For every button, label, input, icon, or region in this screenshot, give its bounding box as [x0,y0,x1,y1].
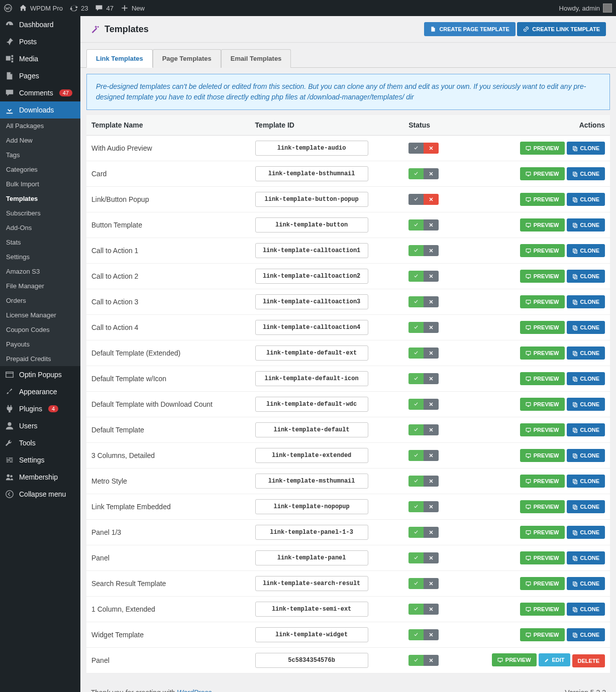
status-toggle[interactable] [408,501,439,512]
submenu-item-payouts[interactable]: Payouts [0,337,80,352]
submenu-item-file-manager[interactable]: File Manager [0,279,80,293]
template-id-input[interactable] [255,141,368,156]
preview-button[interactable]: PREVIEW [520,270,565,283]
submenu-item-templates[interactable]: Templates [0,191,80,206]
status-toggle[interactable] [408,168,439,179]
menu-item-plugins[interactable]: Plugins4 [0,400,80,417]
template-id-input[interactable] [255,371,368,386]
comments-link[interactable]: 47 [95,4,113,12]
create-page-template-button[interactable]: CREATE PAGE TEMPLATE [424,22,515,36]
status-toggle[interactable] [408,527,439,538]
template-id-input[interactable] [255,422,368,437]
status-toggle[interactable] [408,655,439,666]
submenu-item-coupon-codes[interactable]: Coupon Codes [0,322,80,337]
new-link[interactable]: New [121,4,145,12]
status-toggle[interactable] [408,578,439,589]
wordpress-link[interactable]: WordPress [177,688,212,692]
clone-button[interactable]: CLONE [567,423,605,436]
preview-button[interactable]: PREVIEW [520,321,565,334]
menu-item-users[interactable]: Users [0,417,80,434]
submenu-item-subscribers[interactable]: Subscribers [0,206,80,220]
clone-button[interactable]: CLONE [567,270,605,283]
preview-button[interactable]: PREVIEW [520,628,565,641]
clone-button[interactable]: CLONE [567,372,605,385]
preview-button[interactable]: PREVIEW [520,577,565,590]
preview-button[interactable]: PREVIEW [520,372,565,385]
clone-button[interactable]: CLONE [567,167,605,180]
submenu-item-license-manager[interactable]: License Manager [0,308,80,322]
preview-button[interactable]: PREVIEW [520,449,565,462]
clone-button[interactable]: CLONE [567,526,605,539]
submenu-item-tags[interactable]: Tags [0,148,80,162]
status-toggle[interactable] [408,143,439,154]
submenu-item-all-packages[interactable]: All Packages [0,119,80,133]
preview-button[interactable]: PREVIEW [520,193,565,206]
menu-item-downloads[interactable]: Downloads [0,101,80,119]
preview-button[interactable]: PREVIEW [520,551,565,564]
menu-item-appearance[interactable]: Appearance [0,383,80,400]
clone-button[interactable]: CLONE [567,500,605,513]
template-id-input[interactable] [255,217,368,233]
template-id-input[interactable] [255,243,368,258]
template-id-input[interactable] [255,192,368,207]
status-toggle[interactable] [408,450,439,461]
preview-button[interactable]: PREVIEW [520,244,565,257]
create-link-template-button[interactable]: CREATE LINK TEMPLATE [517,22,606,36]
clone-button[interactable]: CLONE [567,321,605,334]
status-toggle[interactable] [408,296,439,307]
preview-button[interactable]: PREVIEW [520,142,565,155]
template-id-input[interactable] [255,550,368,565]
status-toggle[interactable] [408,271,439,282]
menu-item-pages[interactable]: Pages [0,67,80,84]
clone-button[interactable]: CLONE [567,142,605,155]
template-id-input[interactable] [255,397,368,412]
submenu-item-bulk-import[interactable]: Bulk Import [0,177,80,191]
preview-button[interactable]: PREVIEW [520,475,565,488]
preview-button[interactable]: PREVIEW [520,218,565,232]
submenu-item-stats[interactable]: Stats [0,235,80,250]
preview-button[interactable]: PREVIEW [520,398,565,411]
clone-button[interactable]: CLONE [567,577,605,590]
howdy-link[interactable]: Howdy, admin [559,4,612,13]
menu-item-membership[interactable]: Membership [0,469,80,486]
preview-button[interactable]: PREVIEW [520,526,565,539]
updates-link[interactable]: 23 [70,4,88,12]
template-id-input[interactable] [255,320,368,335]
preview-button[interactable]: PREVIEW [520,347,565,360]
template-id-input[interactable] [255,294,368,309]
clone-button[interactable]: CLONE [567,347,605,360]
status-toggle[interactable] [408,322,439,333]
template-id-input[interactable] [255,602,368,617]
template-id-input[interactable] [255,166,368,181]
tab-link-templates[interactable]: Link Templates [86,49,153,68]
wp-logo[interactable] [4,4,12,12]
template-id-input[interactable] [255,627,368,642]
preview-button[interactable]: PREVIEW [492,653,537,666]
tab-email-templates[interactable]: Email Templates [221,49,291,68]
site-name-link[interactable]: WPDM Pro [19,4,63,12]
clone-button[interactable]: CLONE [567,449,605,462]
clone-button[interactable]: CLONE [567,218,605,232]
preview-button[interactable]: PREVIEW [520,295,565,308]
submenu-item-orders[interactable]: Orders [0,293,80,308]
submenu-item-settings[interactable]: Settings [0,250,80,264]
clone-button[interactable]: CLONE [567,475,605,488]
menu-item-optin-popups[interactable]: Optin Popups [0,366,80,383]
menu-item-posts[interactable]: Posts [0,33,80,50]
template-id-input[interactable] [255,525,368,540]
menu-item-tools[interactable]: Tools [0,434,80,451]
menu-item-media[interactable]: Media [0,50,80,67]
menu-item-collapse-menu[interactable]: Collapse menu [0,486,80,503]
status-toggle[interactable] [408,348,439,359]
status-toggle[interactable] [408,373,439,384]
template-id-input[interactable] [255,499,368,514]
submenu-item-add-new[interactable]: Add New [0,133,80,148]
template-id-input[interactable] [255,576,368,591]
status-toggle[interactable] [408,219,439,230]
menu-item-settings[interactable]: Settings [0,451,80,469]
status-toggle[interactable] [408,476,439,487]
delete-button[interactable]: DELETE [572,654,605,667]
submenu-item-prepaid-credits[interactable]: Prepaid Credits [0,352,80,366]
preview-button[interactable]: PREVIEW [520,603,565,616]
template-id-input[interactable] [255,448,368,463]
